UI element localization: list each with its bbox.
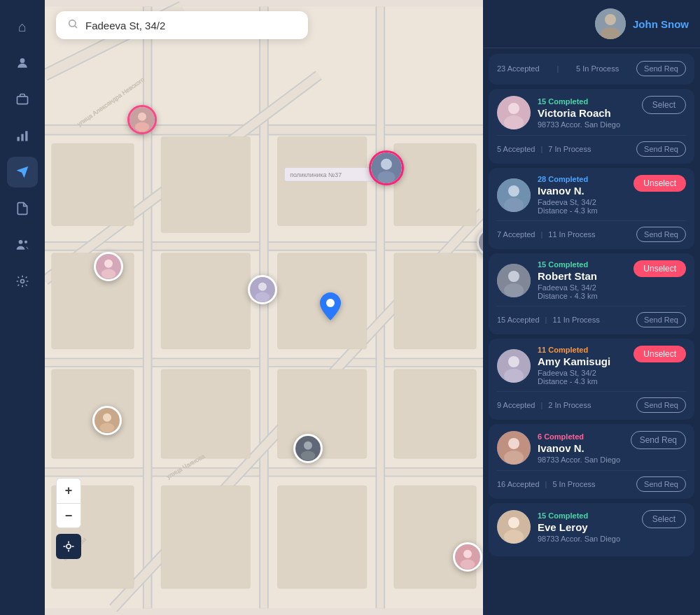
svg-rect-30 <box>161 369 250 458</box>
user-info[interactable]: John Snow <box>595 8 689 39</box>
list-item[interactable]: 6 Completed Ivanov N. 98733 Accor. San D… <box>489 424 694 499</box>
svg-point-57 <box>255 292 270 302</box>
map-area[interactable]: улица Александра Невского улица Чаянова … <box>45 0 483 615</box>
svg-point-0 <box>20 58 25 63</box>
send-req-button[interactable]: Send Req <box>636 397 686 413</box>
locate-button[interactable] <box>56 534 81 559</box>
card-action: Select <box>642 510 686 528</box>
svg-point-62 <box>304 441 312 450</box>
svg-text:поликлиника №37: поликлиника №37 <box>290 171 342 178</box>
user-avatar <box>595 8 626 39</box>
sidebar-item-home[interactable]: ⌂ <box>7 11 38 42</box>
svg-point-92 <box>504 530 524 544</box>
unselect-button[interactable]: Unselect <box>634 346 686 362</box>
card-name: Eve Leroy <box>538 521 635 533</box>
svg-point-5 <box>19 240 23 244</box>
search-input[interactable] <box>85 20 297 31</box>
card-distance: Distance - 4.3 km <box>538 292 626 300</box>
card-avatar <box>497 264 531 297</box>
card-name: Victoria Roach <box>538 107 635 119</box>
svg-point-80 <box>504 198 524 212</box>
card-accepted: 5 Accepted <box>497 145 535 153</box>
svg-point-85 <box>508 356 519 367</box>
svg-rect-4 <box>25 131 27 141</box>
map-avatar-7[interactable] <box>453 542 482 572</box>
card-action: Unselect <box>634 260 686 277</box>
list-item[interactable]: 23 Accepted | 5 In Process Send Req <box>489 54 694 85</box>
list-item[interactable]: 15 Completed Victoria Roach 98733 Accor.… <box>489 89 694 164</box>
sidebar-item-profile[interactable] <box>7 48 38 78</box>
sidebar: ⌂ <box>0 0 45 615</box>
zoom-out-button[interactable]: − <box>56 503 81 528</box>
svg-rect-27 <box>161 253 250 349</box>
card-info: 6 Completed Ivanov N. 98733 Accor. San D… <box>538 432 624 464</box>
svg-point-47 <box>138 113 146 121</box>
card-completed: 15 Completed <box>538 260 626 269</box>
map-avatar-6[interactable] <box>293 434 323 463</box>
svg-rect-33 <box>394 143 476 225</box>
svg-point-69 <box>100 423 115 432</box>
list-item[interactable]: 15 Completed Robert Stan Fadeeva St, 34/… <box>489 253 694 334</box>
zoom-in-button[interactable]: + <box>56 478 81 503</box>
sidebar-item-documents[interactable] <box>7 193 38 224</box>
map-avatar-3[interactable] <box>94 252 123 281</box>
card-avatar <box>497 349 531 383</box>
unselect-button[interactable]: Unselect <box>634 175 686 192</box>
card-action: Unselect <box>634 175 686 192</box>
map-avatar-8[interactable] <box>92 406 122 435</box>
card-action: Unselect <box>634 346 686 362</box>
sidebar-item-analytics[interactable] <box>7 120 38 151</box>
card-avatar <box>497 96 531 129</box>
svg-point-86 <box>504 369 524 383</box>
card-completed: 15 Completed <box>538 97 635 106</box>
svg-rect-24 <box>161 136 250 232</box>
map-avatar-2[interactable] <box>369 150 404 185</box>
card-action: Send Req <box>631 431 686 449</box>
list-item[interactable]: 28 Completed Ivanov N. Fadeeva St, 34/2 … <box>489 168 694 249</box>
sidebar-item-group[interactable] <box>7 229 38 260</box>
svg-point-89 <box>504 451 524 465</box>
card-inprocess: 5 In Process <box>552 480 595 488</box>
list-item[interactable]: 15 Completed Eve Leroy 98733 Accor. San … <box>489 503 694 556</box>
svg-point-65 <box>463 550 472 558</box>
map-avatar-1[interactable] <box>127 105 157 134</box>
sidebar-item-work[interactable] <box>7 84 38 115</box>
send-req-button[interactable]: Send Req <box>631 431 686 449</box>
send-req-button[interactable]: Send Req <box>636 141 686 157</box>
svg-point-66 <box>461 559 475 569</box>
card-info: 28 Completed Ivanov N. Fadeeva St, 34/2 … <box>538 175 626 215</box>
svg-point-82 <box>508 271 519 282</box>
card-name: Robert Stan <box>538 270 626 282</box>
send-req-button2[interactable]: Send Req <box>636 476 686 492</box>
user-name-label: John Snow <box>633 18 689 30</box>
svg-point-83 <box>504 283 524 297</box>
select-button[interactable]: Select <box>642 510 686 528</box>
svg-point-68 <box>103 413 111 422</box>
svg-rect-31 <box>52 369 134 458</box>
svg-point-45 <box>69 20 76 27</box>
select-button[interactable]: Select <box>642 96 686 114</box>
send-req-button[interactable]: Send Req <box>636 312 686 327</box>
card-stats-accepted: 23 Accepted <box>497 64 540 73</box>
svg-point-51 <box>378 171 396 183</box>
card-address: Fadeeva St, 34/2 <box>538 198 626 206</box>
svg-point-91 <box>508 517 519 528</box>
card-address: 98733 Accor. San Diego <box>538 120 635 129</box>
send-req-button[interactable]: Send Req <box>636 227 686 242</box>
header: John Snow <box>483 0 700 48</box>
card-action: Select <box>642 96 686 114</box>
svg-point-70 <box>326 299 335 307</box>
svg-point-6 <box>24 241 27 243</box>
svg-point-71 <box>66 544 71 549</box>
list-item[interactable]: 11 Completed Amy Kamisugi Fadeeva St, 34… <box>489 339 694 420</box>
send-req-button[interactable]: Send Req <box>636 61 686 76</box>
card-address: Fadeeva St, 34/2 <box>538 283 626 292</box>
card-distance: Distance - 4.3 km <box>538 377 626 386</box>
svg-point-88 <box>508 438 519 449</box>
card-accepted: 7 Accepted <box>497 230 535 239</box>
map-avatar-4[interactable] <box>248 275 277 304</box>
unselect-button[interactable]: Unselect <box>634 260 686 277</box>
sidebar-item-send[interactable] <box>7 157 38 188</box>
svg-point-63 <box>301 451 316 460</box>
sidebar-item-settings[interactable] <box>7 266 38 297</box>
